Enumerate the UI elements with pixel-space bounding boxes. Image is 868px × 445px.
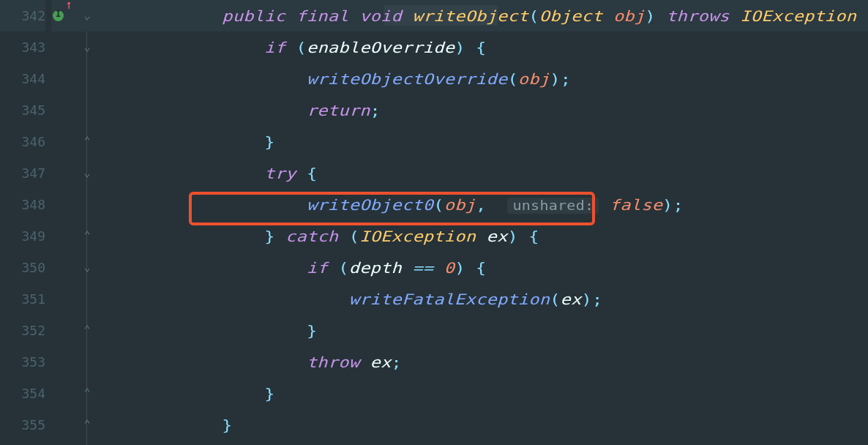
method-name: writeObject xyxy=(412,7,528,25)
exception-var: ex xyxy=(487,228,508,245)
line-number: 355 xyxy=(0,419,45,432)
line-number: 344 xyxy=(0,72,45,86)
fold-toggle-icon[interactable] xyxy=(82,133,92,143)
keyword-if: if xyxy=(307,259,328,277)
line-number: 343 xyxy=(0,41,45,54)
identifier: ex xyxy=(370,354,392,371)
identifier: enableOverride xyxy=(307,39,454,56)
identifier: depth xyxy=(349,259,402,277)
param-name: obj xyxy=(613,7,645,25)
fold-toggle-icon[interactable] xyxy=(82,416,92,427)
fold-toggle-icon[interactable] xyxy=(82,168,92,178)
keyword-catch: catch xyxy=(285,228,338,245)
fold-toggle-icon[interactable] xyxy=(82,322,92,332)
exception-type: IOException xyxy=(740,7,856,25)
method-call: writeObjectOverride xyxy=(307,70,507,88)
line-number: 348 xyxy=(0,198,45,212)
line-number: 345 xyxy=(0,104,45,117)
keyword-return: return xyxy=(307,102,370,119)
keyword-public: public xyxy=(222,7,285,25)
keyword-throw: throw xyxy=(307,354,359,371)
line-number: 353 xyxy=(0,356,45,369)
line-number: 346 xyxy=(0,135,45,149)
code-editor[interactable]: 342 343 344 345 346 347 348 349 350 351 … xyxy=(0,0,868,445)
fold-toggle-icon[interactable] xyxy=(82,262,92,272)
method-call: writeFatalException xyxy=(349,291,550,308)
code-line[interactable]: } xyxy=(95,409,868,441)
method-call: writeObject0 xyxy=(307,196,433,214)
line-number: 352 xyxy=(0,324,45,337)
argument: obj xyxy=(444,196,476,214)
code-area[interactable]: public final void writeObject(Object obj… xyxy=(95,0,868,445)
number-literal: 0 xyxy=(444,259,454,277)
fold-toggle-icon[interactable] xyxy=(82,385,92,395)
fold-column xyxy=(70,0,95,445)
annotation-column: ↑ xyxy=(51,0,70,445)
parameter-hint: unshared: xyxy=(507,198,599,214)
exception-type: IOException xyxy=(359,228,476,245)
argument: obj xyxy=(518,70,550,88)
keyword-final: final xyxy=(296,7,348,25)
keyword-if: if xyxy=(264,39,285,56)
argument: ex xyxy=(561,291,582,308)
line-number: 350 xyxy=(0,261,45,274)
line-number: 342 xyxy=(0,10,45,23)
literal-false: false xyxy=(610,196,662,214)
implements-gutter-icon[interactable] xyxy=(53,10,64,21)
keyword-void: void xyxy=(359,7,402,25)
param-type: Object xyxy=(539,7,603,25)
fold-toggle-icon[interactable] xyxy=(82,42,92,52)
line-number: 349 xyxy=(0,230,45,243)
line-number: 347 xyxy=(0,167,45,180)
fold-toggle-icon[interactable] xyxy=(82,228,92,238)
fold-toggle-icon[interactable] xyxy=(82,10,92,20)
line-number: 354 xyxy=(0,387,45,400)
gutter: 342 343 344 345 346 347 348 349 350 351 … xyxy=(0,0,51,445)
keyword-try: try xyxy=(264,165,296,182)
line-number: 351 xyxy=(0,293,45,306)
keyword-throws: throws xyxy=(666,7,730,25)
